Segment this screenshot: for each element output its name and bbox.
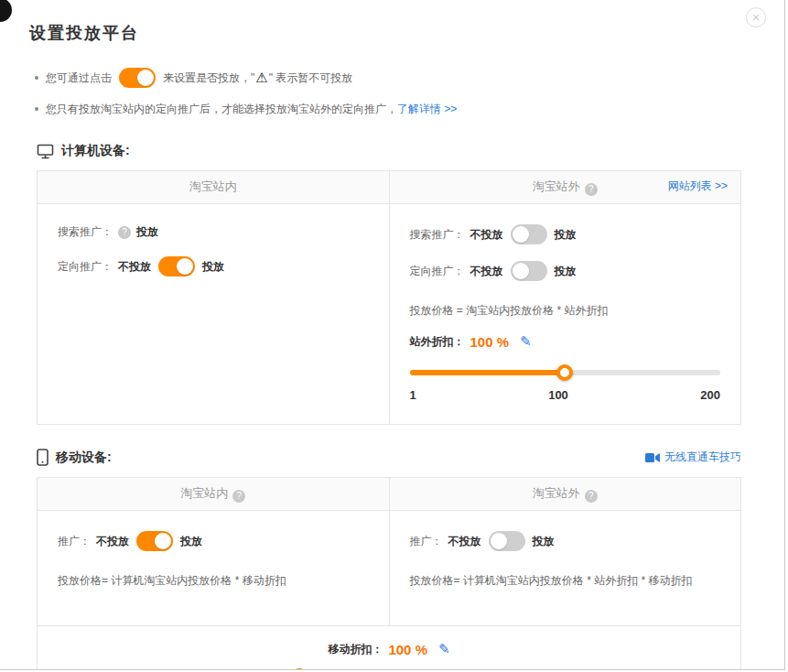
mobile-discount-row: 移动折扣： 100 % ✎: [210, 641, 568, 657]
header-mobile-offsite: 淘宝站外?: [389, 478, 741, 510]
state-off-label: 不投放: [96, 534, 129, 549]
toggle-knob-icon: [155, 533, 171, 549]
mobile-discount-box: 移动折扣： 100 % ✎ 1 200 400: [210, 641, 568, 670]
mobile-discount-section: 移动折扣： 100 % ✎ 1 200 400: [38, 625, 740, 670]
mobile-offsite-promo-row: 推广： 不投放 投放: [410, 531, 721, 551]
offsite-discount-slider[interactable]: [410, 364, 721, 381]
promo-label: 推广：: [410, 534, 443, 549]
computer-offsite-targeted-toggle[interactable]: [511, 261, 547, 281]
tip1-mid: 来设置是否投放，": [163, 70, 254, 86]
example-toggle[interactable]: [119, 68, 156, 88]
help-icon[interactable]: ?: [232, 490, 245, 503]
tip-targeted-rule: 您只有投放淘宝站内的定向推广后，才能选择投放淘宝站外的定向推广， 了解详情 >>: [33, 99, 784, 119]
mobile-discount-slider[interactable]: [210, 668, 568, 670]
mobile-table-header: 淘宝站内? 淘宝站外?: [38, 478, 740, 511]
mobile-table-body: 推广： 不投放 投放 投放价格= 计算机淘宝站内投放价格 * 移动折扣 推广： …: [38, 511, 740, 625]
computer-offsite-cell: 搜索推广： 不投放 投放 定向推广： 不投放 投放 投放价格 = 淘宝站内投放价…: [389, 204, 741, 424]
close-button[interactable]: ×: [746, 7, 766, 27]
offsite-discount-row: 站外折扣： 100 % ✎: [410, 333, 721, 350]
slider-thumb[interactable]: [556, 364, 573, 381]
help-icon[interactable]: ?: [585, 490, 598, 503]
search-promo-state: 投放: [136, 224, 158, 240]
wireless-tips-label: 无线直通车技巧: [664, 450, 741, 465]
mobile-discount-value: 100 %: [388, 642, 427, 657]
header-computer-onsite: 淘宝站内: [38, 171, 389, 203]
computer-offsite-search-row: 搜索推广： 不投放 投放: [410, 224, 721, 244]
computer-onsite-search-row: 搜索推广： ? 投放: [58, 224, 369, 240]
state-on-label: 投放: [533, 534, 555, 549]
header-computer-offsite: 淘宝站外? 网站列表 >>: [389, 171, 741, 203]
slider-thumb[interactable]: [291, 668, 308, 670]
state-off-label: 不投放: [118, 259, 151, 275]
toggle-knob-icon: [491, 533, 507, 549]
tip-toggle-usage: 您可通过点击 来设置是否投放，" ⚠ " 表示暂不可投放: [33, 68, 784, 88]
edit-icon[interactable]: ✎: [520, 333, 532, 350]
state-off-label: 不投放: [470, 227, 503, 243]
offsite-discount-value: 100 %: [470, 334, 510, 350]
mobile-heading-label: 移动设备:: [56, 450, 112, 466]
monitor-icon: [37, 144, 54, 159]
slider-max-label: 200: [700, 388, 720, 402]
edit-icon[interactable]: ✎: [438, 641, 450, 657]
tip1-post: " 表示暂不可投放: [269, 70, 353, 86]
computer-section-heading: 计算机设备:: [37, 143, 741, 159]
learn-more-link[interactable]: 了解详情 >>: [397, 102, 457, 117]
warning-icon: ⚠: [255, 70, 267, 86]
mobile-table: 淘宝站内? 淘宝站外? 推广： 不投放 投放 投放价格= 计算机淘宝站内投放价格…: [37, 477, 741, 670]
promo-label: 推广：: [58, 534, 91, 549]
toggle-knob-icon: [513, 263, 529, 279]
help-icon[interactable]: ?: [118, 226, 131, 239]
mobile-onsite-cell: 推广： 不投放 投放 投放价格= 计算机淘宝站内投放价格 * 移动折扣: [38, 511, 389, 625]
toggle-knob-icon: [177, 258, 193, 275]
computer-offsite-search-toggle[interactable]: [511, 224, 547, 244]
state-on-label: 投放: [202, 259, 224, 275]
corner-logo: [0, 0, 12, 22]
video-icon: [645, 452, 660, 463]
tip2-text: 您只有投放淘宝站内的定向推广后，才能选择投放淘宝站外的定向推广，: [46, 102, 397, 117]
mobile-discount-label: 移动折扣：: [328, 642, 383, 657]
mobile-offsite-promo-toggle[interactable]: [489, 531, 525, 551]
computer-onsite-targeted-row: 定向推广： 不投放 投放: [58, 256, 369, 276]
header-mobile-onsite: 淘宝站内?: [38, 478, 389, 510]
computer-onsite-targeted-toggle[interactable]: [158, 256, 195, 276]
toggle-knob-icon: [137, 70, 154, 86]
state-on-label: 投放: [555, 227, 577, 243]
mobile-onsite-promo-row: 推广： 不投放 投放: [58, 531, 369, 551]
state-off-label: 不投放: [470, 264, 503, 279]
computer-heading-label: 计算机设备:: [61, 143, 130, 159]
phone-icon: [37, 449, 49, 466]
state-off-label: 不投放: [448, 534, 481, 549]
search-promo-label: 搜索推广：: [410, 227, 465, 243]
site-list-link[interactable]: 网站列表 >>: [668, 179, 728, 194]
targeted-promo-label: 定向推广：: [58, 259, 113, 275]
header-computer-onsite-label: 淘宝站内: [189, 179, 237, 193]
slider-min-label: 1: [410, 388, 416, 402]
computer-table-header: 淘宝站内 淘宝站外? 网站列表 >>: [38, 171, 740, 204]
computer-offsite-targeted-row: 定向推广： 不投放 投放: [410, 261, 721, 281]
search-promo-label: 搜索推广：: [58, 224, 113, 240]
wireless-tips-link[interactable]: 无线直通车技巧: [645, 450, 741, 465]
offsite-discount-label: 站外折扣：: [410, 334, 465, 350]
mobile-onsite-price-formula: 投放价格= 计算机淘宝站内投放价格 * 移动折扣: [58, 573, 369, 589]
mobile-onsite-promo-toggle[interactable]: [136, 531, 173, 551]
mobile-offsite-price-formula: 投放价格= 计算机淘宝站内投放价格 * 站外折扣 * 移动折扣: [410, 573, 721, 589]
computer-table-body: 搜索推广： ? 投放 定向推广： 不投放 投放 搜索推广： 不投放 投放: [38, 204, 740, 424]
help-icon[interactable]: ?: [585, 183, 598, 196]
tip1-pre: 您可通过点击: [46, 70, 112, 86]
tips-list: 您可通过点击 来设置是否投放，" ⚠ " 表示暂不可投放 您只有投放淘宝站内的定…: [33, 68, 784, 119]
state-on-label: 投放: [180, 534, 202, 549]
slider-mid-label: 100: [548, 388, 568, 402]
header-mobile-onsite-label: 淘宝站内: [180, 486, 228, 500]
mobile-offsite-cell: 推广： 不投放 投放 投放价格= 计算机淘宝站内投放价格 * 站外折扣 * 移动…: [389, 511, 741, 625]
offsite-price-formula: 投放价格 = 淘宝站内投放价格 * 站外折扣: [410, 303, 721, 319]
slider-fill: [410, 370, 566, 375]
computer-table: 淘宝站内 淘宝站外? 网站列表 >> 搜索推广： ? 投放 定向推广： 不投放 …: [37, 170, 741, 425]
targeted-promo-label: 定向推广：: [410, 264, 465, 279]
header-mobile-offsite-label: 淘宝站外: [533, 486, 580, 500]
toggle-knob-icon: [513, 226, 529, 243]
close-icon: ×: [752, 10, 760, 25]
mobile-section-heading: 移动设备: 无线直通车技巧: [37, 449, 741, 466]
computer-onsite-cell: 搜索推广： ? 投放 定向推广： 不投放 投放: [38, 204, 389, 424]
placement-settings-modal: × 设置投放平台 您可通过点击 来设置是否投放，" ⚠ " 表示暂不可投放 您只…: [0, 0, 785, 670]
header-computer-offsite-label: 淘宝站外: [533, 179, 580, 193]
